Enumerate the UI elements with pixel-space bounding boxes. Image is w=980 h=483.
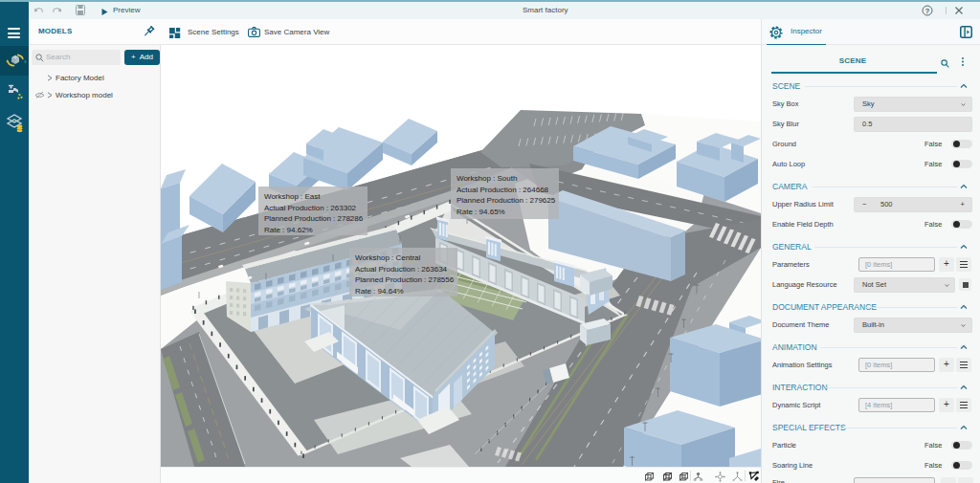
svg-text:?: ? — [925, 7, 930, 15]
svg-text:›: › — [24, 57, 27, 66]
